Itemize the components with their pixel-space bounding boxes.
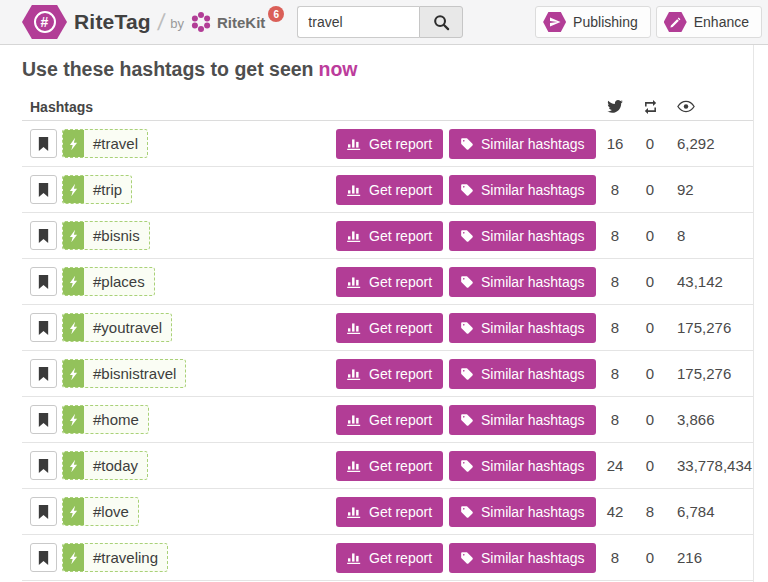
get-report-button[interactable]: Get report — [336, 451, 443, 481]
similar-hashtags-label: Similar hashtags — [481, 366, 585, 382]
get-report-button[interactable]: Get report — [336, 543, 443, 573]
get-report-button[interactable]: Get report — [336, 313, 443, 343]
hashtag-chip[interactable]: #bisnis — [62, 221, 150, 250]
bookmark-button[interactable] — [30, 221, 57, 250]
bookmark-button[interactable] — [30, 405, 57, 434]
twitter-icon — [600, 100, 630, 113]
pen-icon — [664, 12, 687, 32]
hashtag-chip[interactable]: #trip — [62, 175, 132, 204]
hashtag-cell: #bisnistravel — [30, 359, 336, 388]
bookmark-icon — [38, 459, 49, 473]
hashtag-row: #today Get report — [22, 443, 753, 489]
bookmark-button[interactable] — [30, 267, 57, 296]
lightning-icon — [63, 222, 84, 249]
hashtag-label: #love — [84, 498, 138, 525]
get-report-label: Get report — [369, 274, 432, 290]
bar-chart-icon — [347, 367, 362, 380]
similar-hashtags-button[interactable]: Similar hashtags — [449, 451, 596, 481]
hashtag-cell: #trip — [30, 175, 336, 204]
search-button[interactable] — [419, 6, 463, 38]
by-label: by — [170, 13, 184, 31]
get-report-button[interactable]: Get report — [336, 129, 443, 159]
similar-hashtags-button[interactable]: Similar hashtags — [449, 543, 596, 573]
similar-hashtags-button[interactable]: Similar hashtags — [449, 221, 596, 251]
similar-hashtags-button[interactable]: Similar hashtags — [449, 313, 596, 343]
hash-icon: # — [34, 11, 56, 33]
similar-hashtags-button[interactable]: Similar hashtags — [449, 405, 596, 435]
bookmark-icon — [38, 183, 49, 197]
similar-hashtags-label: Similar hashtags — [481, 550, 585, 566]
similar-hashtags-button[interactable]: Similar hashtags — [449, 129, 596, 159]
search-input[interactable] — [297, 6, 419, 38]
retweets-count: 0 — [630, 273, 665, 290]
lightning-icon — [63, 406, 84, 433]
search-icon — [433, 14, 450, 31]
get-report-button[interactable]: Get report — [336, 221, 443, 251]
get-report-label: Get report — [369, 550, 432, 566]
publishing-button[interactable]: Publishing — [535, 6, 651, 38]
bookmark-button[interactable] — [30, 129, 57, 158]
tweets-count: 8 — [600, 273, 630, 290]
retweets-count: 0 — [630, 365, 665, 382]
retweets-count: 8 — [630, 503, 665, 520]
get-report-button[interactable]: Get report — [336, 497, 443, 527]
row-actions: Get report Similar hashtags — [336, 129, 600, 159]
hashtag-cell: #travel — [30, 129, 336, 158]
get-report-button[interactable]: Get report — [336, 267, 443, 297]
retweets-count: 0 — [630, 457, 665, 474]
hashtag-chip[interactable]: #travel — [62, 129, 148, 158]
hashtag-chip[interactable]: #youtravel — [62, 313, 172, 342]
hashtag-chip[interactable]: #today — [62, 451, 148, 480]
row-actions: Get report Similar hashtags — [336, 175, 600, 205]
similar-hashtags-label: Similar hashtags — [481, 412, 585, 428]
row-actions: Get report Similar hashtags — [336, 497, 600, 527]
get-report-label: Get report — [369, 136, 432, 152]
hashtag-cell: #love — [30, 497, 336, 526]
paper-plane-icon — [543, 12, 566, 32]
bar-chart-icon — [347, 505, 362, 518]
exposure-count: 6,784 — [665, 503, 753, 520]
bookmark-button[interactable] — [30, 175, 57, 204]
hashtag-chip[interactable]: #love — [62, 497, 139, 526]
bookmark-icon — [38, 367, 49, 381]
similar-hashtags-label: Similar hashtags — [481, 320, 585, 336]
hashtag-row: #travel Get report — [22, 121, 753, 167]
hashtag-cell: #places — [30, 267, 336, 296]
brand-separator: / — [156, 9, 166, 36]
hashtag-chip[interactable]: #bisnistravel — [62, 359, 186, 388]
bookmark-button[interactable] — [30, 451, 57, 480]
get-report-button[interactable]: Get report — [336, 175, 443, 205]
bookmark-button[interactable] — [30, 313, 57, 342]
eye-icon — [665, 100, 753, 113]
bookmark-button[interactable] — [30, 497, 57, 526]
row-actions: Get report Similar hashtags — [336, 405, 600, 435]
enhance-button[interactable]: Enhance — [656, 6, 762, 38]
ritetag-brand[interactable]: # RiteTag / by RiteKit 6 — [22, 5, 284, 39]
similar-hashtags-button[interactable]: Similar hashtags — [449, 497, 596, 527]
hashtag-chip[interactable]: #home — [62, 405, 149, 434]
tweets-count: 8 — [600, 181, 630, 198]
hashtag-chip[interactable]: #places — [62, 267, 155, 296]
hashtag-label: #bisnis — [84, 222, 149, 249]
bookmark-icon — [38, 275, 49, 289]
tag-icon — [460, 459, 474, 473]
bookmark-button[interactable] — [30, 543, 57, 572]
similar-hashtags-label: Similar hashtags — [481, 182, 585, 198]
hashtag-label: #home — [84, 406, 148, 433]
notification-badge[interactable]: 6 — [268, 6, 284, 22]
exposure-count: 8 — [665, 227, 753, 244]
retweets-count: 0 — [630, 227, 665, 244]
similar-hashtags-button[interactable]: Similar hashtags — [449, 359, 596, 389]
similar-hashtags-button[interactable]: Similar hashtags — [449, 267, 596, 297]
bookmark-button[interactable] — [30, 359, 57, 388]
lightning-icon — [63, 544, 84, 571]
get-report-button[interactable]: Get report — [336, 405, 443, 435]
similar-hashtags-button[interactable]: Similar hashtags — [449, 175, 596, 205]
get-report-button[interactable]: Get report — [336, 359, 443, 389]
hashtag-label: #bisnistravel — [84, 360, 185, 387]
bar-chart-icon — [347, 229, 362, 242]
hashtag-row: #youtravel Get report — [22, 305, 753, 351]
hashtag-row: #love Get report — [22, 489, 753, 535]
hashtag-chip[interactable]: #traveling — [62, 543, 168, 572]
lightning-icon — [63, 130, 84, 157]
